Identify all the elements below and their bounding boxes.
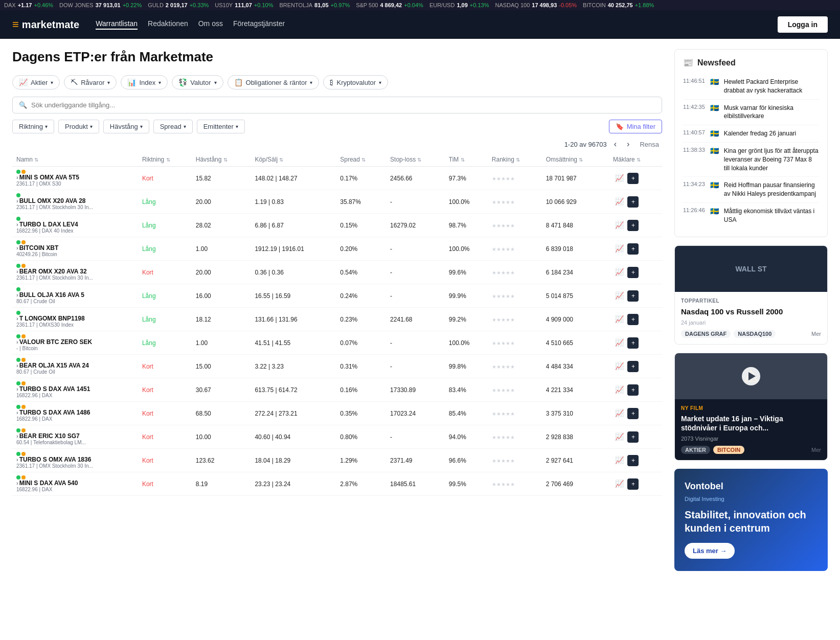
- vontobel-cta-button[interactable]: Läs mer →: [685, 543, 735, 559]
- video-mer-link[interactable]: Mer: [811, 447, 821, 453]
- rensa-button[interactable]: Rensa: [637, 140, 662, 149]
- news-item[interactable]: 11:40:57 🇸🇪 Kalender fredag 26 januari: [683, 125, 819, 143]
- chart-button[interactable]: 📈: [613, 290, 626, 301]
- table-row[interactable]: ›BEAR OLJA X15 AVA 24 80.67 | Crude OilK…: [12, 355, 662, 378]
- table-row[interactable]: ›MINI S OMX AVA 5T5 2361.17 | OMX S30Kor…: [12, 167, 662, 190]
- add-button[interactable]: +: [627, 455, 639, 466]
- row-name[interactable]: ›T LONGOMX BNP1198: [16, 315, 134, 322]
- chart-button[interactable]: 📈: [613, 196, 626, 207]
- col-m-klare[interactable]: Mäklare ⇅: [609, 153, 662, 167]
- col-namn[interactable]: Namn ⇅: [12, 153, 138, 167]
- row-name[interactable]: ›BEAR ERIC X10 SG7: [16, 432, 134, 440]
- search-input[interactable]: [31, 101, 655, 109]
- tag-bitcoin[interactable]: BITCOIN: [713, 446, 744, 454]
- row-name[interactable]: ›BEAR OMX X20 AVA 32: [16, 268, 134, 275]
- add-button[interactable]: +: [627, 220, 639, 231]
- add-button[interactable]: +: [627, 384, 639, 396]
- chart-button[interactable]: 📈: [613, 384, 626, 395]
- add-button[interactable]: +: [627, 314, 639, 325]
- add-button[interactable]: +: [627, 196, 639, 208]
- col-h-vst-ng[interactable]: Hävstång ⇅: [192, 153, 251, 167]
- tag-dagens-graf[interactable]: DAGENS GRAF: [681, 330, 731, 338]
- table-row[interactable]: ›TURBO S OMX AVA 1836 2361.17 | OMX Stoc…: [12, 449, 662, 472]
- sub-filter-produkt[interactable]: Produkt ▾: [58, 120, 99, 133]
- table-row[interactable]: ›TURBO S DAX AVA 1486 16822.96 | DAXKort…: [12, 402, 662, 425]
- add-button[interactable]: +: [627, 478, 639, 490]
- sub-filter-riktning[interactable]: Riktning ▾: [12, 120, 54, 133]
- add-button[interactable]: +: [627, 408, 639, 419]
- col-k-p-s-lj[interactable]: Köp/Sälj ⇅: [251, 153, 336, 167]
- col-stop-loss[interactable]: Stop-loss ⇅: [386, 153, 445, 167]
- row-name[interactable]: ›VALOUR BTC ZERO SEK: [16, 338, 134, 346]
- filter-tab-aktier[interactable]: 📈 Aktier ▾: [12, 75, 60, 89]
- filter-tab-index[interactable]: 📊 Index ▾: [121, 75, 168, 89]
- row-name[interactable]: ›MINI S OMX AVA 5T5: [16, 174, 134, 181]
- sub-filter-hävstång[interactable]: Hävstång ▾: [103, 120, 149, 133]
- news-item[interactable]: 11:26:46 🇸🇪 Måttlig ekonomisk tillväxt v…: [683, 203, 819, 228]
- toppartikel-mer-link[interactable]: Mer: [811, 331, 821, 337]
- row-name[interactable]: ›BEAR OLJA X15 AVA 24: [16, 362, 134, 369]
- chart-button[interactable]: 📈: [613, 455, 626, 465]
- video-thumbnail[interactable]: ⚠: [675, 353, 827, 399]
- row-name[interactable]: ›TURBO S OMX AVA 1836: [16, 456, 134, 463]
- chart-button[interactable]: 📈: [613, 314, 626, 324]
- news-item[interactable]: 11:42:35 🇸🇪 Musk varnar för kinesiska el…: [683, 100, 819, 126]
- filter-tab-valutor[interactable]: 💱 Valutor ▾: [172, 75, 223, 89]
- chart-button[interactable]: 📈: [613, 220, 626, 230]
- add-button[interactable]: +: [627, 431, 639, 443]
- prev-page-button[interactable]: ‹: [611, 139, 620, 150]
- sub-filter-emittenter[interactable]: Emittenter ▾: [197, 120, 245, 133]
- row-name[interactable]: ›TURBO S DAX AVA 1486: [16, 409, 134, 416]
- login-button[interactable]: Logga in: [778, 16, 828, 33]
- row-name[interactable]: ›BITCOIN XBT: [16, 244, 134, 252]
- news-item[interactable]: 11:34:23 🇸🇪 Reid Hoffman pausar finansie…: [683, 177, 819, 203]
- col-oms-ttning[interactable]: Omsättning ⇅: [542, 153, 609, 167]
- sub-filter-spread[interactable]: Spread ▾: [153, 120, 193, 133]
- row-name[interactable]: ›MINI S DAX AVA 540: [16, 479, 134, 487]
- table-row[interactable]: ›BEAR OMX X20 AVA 32 2361.17 | OMX Stock…: [12, 261, 662, 284]
- col-riktning[interactable]: Riktning ⇅: [138, 153, 192, 167]
- chart-button[interactable]: 📈: [613, 361, 626, 371]
- table-row[interactable]: ›TURBO S DAX AVA 1451 16822.96 | DAXKort…: [12, 378, 662, 402]
- news-item[interactable]: 11:38:33 🇸🇪 Kina ger grönt ljus för att …: [683, 143, 819, 177]
- nav-link-om-oss[interactable]: Om oss: [198, 19, 223, 30]
- nav-link-redaktionen[interactable]: Redaktionen: [148, 19, 188, 30]
- table-row[interactable]: ›T LONGOMX BNP1198 2361.17 | OMXS30 Inde…: [12, 308, 662, 331]
- filter-tab-kryptovalutor[interactable]: ₿ Kryptovalutor ▾: [323, 75, 388, 89]
- add-button[interactable]: +: [627, 173, 639, 184]
- row-name[interactable]: ›BULL OLJA X16 AVA 5: [16, 291, 134, 299]
- news-item[interactable]: 11:46:51 🇸🇪 Hewlett Packard Enterprise d…: [683, 74, 819, 100]
- chart-button[interactable]: 📈: [613, 337, 626, 348]
- add-button[interactable]: +: [627, 267, 639, 278]
- table-row[interactable]: ›BITCOIN XBT 40249.26 | BitcoinLång1.001…: [12, 237, 662, 261]
- add-button[interactable]: +: [627, 337, 639, 349]
- col-ranking[interactable]: Ranking ⇅: [488, 153, 542, 167]
- col-spread[interactable]: Spread ⇅: [336, 153, 386, 167]
- nav-link-företagstjänster[interactable]: Företagstjänster: [233, 19, 285, 30]
- table-row[interactable]: ›MINI S DAX AVA 540 16822.96 | DAXKort8.…: [12, 472, 662, 496]
- tag-nasdaq100[interactable]: NASDAQ100: [734, 330, 776, 338]
- mina-filter-button[interactable]: 🔖 Mina filter: [609, 120, 662, 133]
- chart-button[interactable]: 📈: [613, 267, 626, 277]
- table-row[interactable]: ›VALOUR BTC ZERO SEK - | BitcoinLång1.00…: [12, 331, 662, 355]
- chart-button[interactable]: 📈: [613, 173, 626, 183]
- chart-button[interactable]: 📈: [613, 431, 626, 442]
- row-name[interactable]: ›TURBO S DAX AVA 1451: [16, 385, 134, 393]
- table-row[interactable]: ›BULL OLJA X16 AVA 5 80.67 | Crude OilLå…: [12, 284, 662, 308]
- table-row[interactable]: ›TURBO L DAX LEV4 16822.96 | DAX 40 Inde…: [12, 214, 662, 237]
- table-row[interactable]: ›BULL OMX X20 AVA 28 2361.17 | OMX Stock…: [12, 190, 662, 214]
- add-button[interactable]: +: [627, 243, 639, 255]
- filter-tab-obligationer-&-räntor[interactable]: 📋 Obligationer & räntor ▾: [228, 75, 320, 89]
- row-name[interactable]: ›TURBO L DAX LEV4: [16, 221, 134, 228]
- tag-aktier[interactable]: AKTIER: [681, 446, 710, 454]
- filter-tab-råvaror[interactable]: ⛏ Råvaror ▾: [64, 75, 117, 89]
- next-page-button[interactable]: ›: [624, 139, 632, 150]
- chart-button[interactable]: 📈: [613, 243, 626, 254]
- add-button[interactable]: +: [627, 361, 639, 372]
- play-button[interactable]: [742, 367, 760, 385]
- chart-button[interactable]: 📈: [613, 478, 626, 489]
- table-row[interactable]: ›BEAR ERIC X10 SG7 60.54 | Telefonaktieb…: [12, 425, 662, 449]
- nav-link-warrantlistan[interactable]: Warrantlistan: [96, 19, 138, 30]
- chart-button[interactable]: 📈: [613, 408, 626, 418]
- row-name[interactable]: ›BULL OMX X20 AVA 28: [16, 197, 134, 204]
